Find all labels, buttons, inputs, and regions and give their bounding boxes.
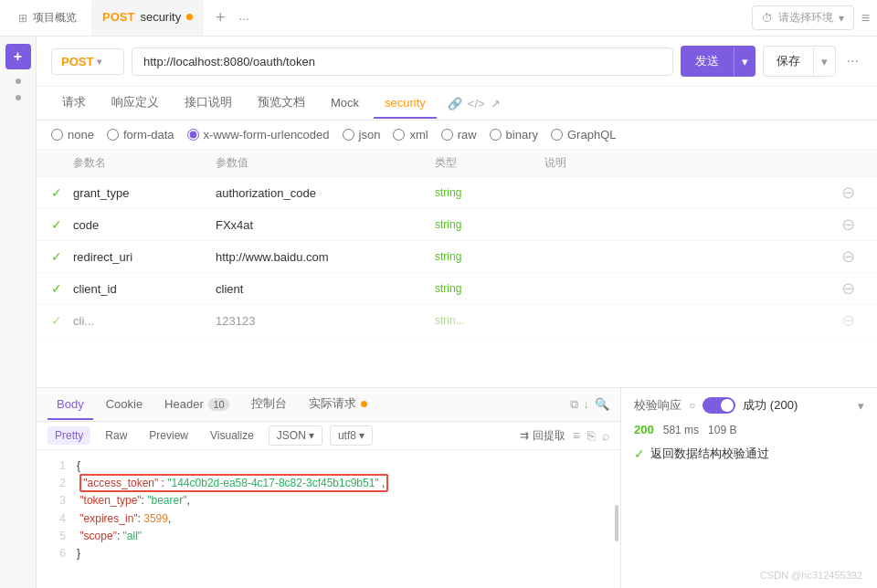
- json-line-3: 3 "token_type": "bearer",: [48, 492, 609, 509]
- body-graphql-option[interactable]: GraphQL: [551, 128, 616, 142]
- link-icon[interactable]: 🔗: [448, 97, 462, 110]
- json-line-6: 6}: [48, 545, 609, 562]
- share-icon[interactable]: ↗: [491, 97, 501, 110]
- send-button[interactable]: 发送 ▾: [681, 46, 755, 77]
- resp-tab-icons: ⧉ ↓ 🔍: [570, 397, 610, 412]
- wrap-icon[interactable]: ≡: [573, 428, 580, 444]
- resp-tab-actual-request[interactable]: 实际请求: [300, 388, 377, 421]
- scroll-indicator: [615, 505, 618, 541]
- body-none-option[interactable]: none: [51, 128, 94, 142]
- env-selector[interactable]: ⏱ 请选择环境 ▾: [752, 5, 854, 30]
- verify-chevron-icon[interactable]: ▾: [858, 399, 864, 413]
- params-table-header: 参数名 参数值 类型 说明: [37, 150, 877, 177]
- method-chevron-icon: ▾: [97, 57, 101, 67]
- sidebar-indicator: [16, 79, 21, 84]
- resp-tab-cookie[interactable]: Cookie: [97, 390, 152, 420]
- param-remove-button[interactable]: ⊖: [833, 215, 862, 235]
- url-more-button[interactable]: ···: [843, 53, 862, 69]
- param-value-label: http://www.baidu.com: [216, 250, 435, 264]
- body-form-data-option[interactable]: form-data: [107, 128, 174, 142]
- new-tab-button[interactable]: +: [207, 5, 233, 31]
- resp-tab-header[interactable]: Header 10: [155, 390, 238, 420]
- tab-request[interactable]: 请求: [51, 87, 97, 120]
- encoding-selector[interactable]: utf8 ▾: [330, 425, 373, 446]
- body-json-option[interactable]: json: [343, 128, 381, 142]
- method-label: POST: [61, 55, 93, 68]
- param-type-label: string: [435, 218, 544, 231]
- raw-button[interactable]: Raw: [98, 426, 134, 445]
- tab-overview[interactable]: ⊞ 项目概览: [7, 5, 88, 31]
- status-code-label: 200: [634, 423, 654, 436]
- tab-preview-doc[interactable]: 预览文档: [247, 87, 316, 120]
- param-remove-button[interactable]: ⊖: [833, 310, 862, 331]
- actual-request-dot: [361, 401, 367, 407]
- sidebar-indicator-2: [16, 95, 21, 100]
- resp-tab-body[interactable]: Body: [48, 390, 93, 420]
- tab-bar: ⊞ 项目概览 POST security + ··· ⏱ 请选择环境 ▾ ≡: [0, 0, 877, 37]
- col-param-value: 参数值: [216, 155, 435, 171]
- env-label: 请选择环境: [778, 10, 833, 26]
- json-line-5: 5 "scope": "all": [48, 528, 609, 545]
- json-line-2: 2 "access_token" : "144c0b2d-ea58-4c17-8…: [48, 475, 609, 492]
- param-type-label: string: [435, 186, 544, 199]
- tab-api-doc[interactable]: 接口说明: [174, 87, 243, 120]
- tab-overview-label: 项目概览: [33, 10, 77, 26]
- verify-success-icon: ✓: [634, 446, 645, 461]
- tab-method-label: POST: [102, 10, 134, 24]
- param-row-grant-type: ✓grant_type authorization_code string ⊖: [37, 177, 877, 209]
- resp-tab-console[interactable]: 控制台: [242, 388, 296, 421]
- tab-name-label: security: [140, 10, 181, 24]
- main-layout: + POST ▾ 发送 ▾ 保存 ▾ ··· 请求 响应定义 接: [0, 37, 877, 588]
- tab-post-security[interactable]: POST security: [91, 0, 204, 36]
- search-code-icon[interactable]: ⌕: [602, 428, 609, 444]
- param-remove-button[interactable]: ⊖: [833, 183, 862, 203]
- verify-label: 校验响应: [634, 397, 682, 414]
- content-area: POST ▾ 发送 ▾ 保存 ▾ ··· 请求 响应定义 接口说明 预览文档 M…: [37, 37, 877, 588]
- param-remove-button[interactable]: ⊖: [833, 247, 862, 267]
- method-selector[interactable]: POST ▾: [51, 48, 124, 75]
- left-sidebar: +: [0, 37, 37, 588]
- response-tabs: Body Cookie Header 10 控制台 实际请求 ⧉ ↓ 🔍: [37, 388, 620, 422]
- body-type-row: none form-data x-www-form-urlencoded jso…: [37, 121, 877, 150]
- search-icon[interactable]: 🔍: [595, 397, 609, 412]
- sidebar-add-button[interactable]: +: [5, 44, 31, 69]
- sub-tabs: 请求 响应定义 接口说明 预览文档 Mock security 🔗 </> ↗: [37, 87, 877, 121]
- tab-mock[interactable]: Mock: [320, 89, 370, 119]
- tab-more-button[interactable]: ···: [238, 11, 249, 26]
- global-more-button[interactable]: ≡: [861, 10, 870, 26]
- body-urlencoded-option[interactable]: x-www-form-urlencoded: [187, 128, 330, 142]
- body-raw-option[interactable]: raw: [441, 128, 477, 142]
- url-input[interactable]: [132, 47, 673, 76]
- param-remove-button[interactable]: ⊖: [833, 278, 862, 299]
- send-dropdown-icon[interactable]: ▾: [734, 47, 755, 76]
- json-line-1: 1{: [48, 457, 609, 475]
- body-xml-option[interactable]: xml: [393, 128, 428, 142]
- tab-security[interactable]: security: [374, 89, 437, 119]
- preview-button[interactable]: Preview: [142, 426, 195, 445]
- col-param-desc: 说明: [544, 155, 833, 171]
- param-check-icon: ✓: [51, 185, 62, 200]
- param-check-icon: ✓: [51, 313, 62, 328]
- copy-code-icon[interactable]: ⎘: [587, 428, 595, 444]
- env-icon: ⏱: [762, 12, 773, 25]
- save-dropdown-icon[interactable]: ▾: [813, 48, 835, 75]
- tab-response-def[interactable]: 响应定义: [100, 87, 170, 120]
- capture-button[interactable]: ⇉ 回提取: [520, 428, 565, 444]
- response-area: Body Cookie Header 10 控制台 实际请求 ⧉ ↓ 🔍: [37, 387, 877, 588]
- json-line-4: 4 "expires_in": 3599,: [48, 510, 609, 528]
- param-check-icon: ✓: [51, 217, 62, 232]
- download-icon[interactable]: ↓: [584, 397, 590, 412]
- pretty-button[interactable]: Pretty: [48, 426, 90, 445]
- param-name-label: redirect_uri: [73, 250, 132, 264]
- format-selector[interactable]: JSON ▾: [269, 425, 322, 446]
- verify-toggle[interactable]: [703, 397, 735, 414]
- format-chevron-icon: ▾: [309, 429, 314, 442]
- col-actions: [833, 155, 862, 171]
- param-name-label: grant_type: [73, 186, 129, 200]
- copy-icon[interactable]: ⧉: [570, 397, 578, 412]
- body-binary-option[interactable]: binary: [490, 128, 538, 142]
- visualize-button[interactable]: Visualize: [203, 426, 261, 445]
- code-icon[interactable]: </>: [468, 97, 485, 110]
- param-name-label: cli...: [73, 314, 94, 328]
- save-button[interactable]: 保存 ▾: [763, 46, 836, 77]
